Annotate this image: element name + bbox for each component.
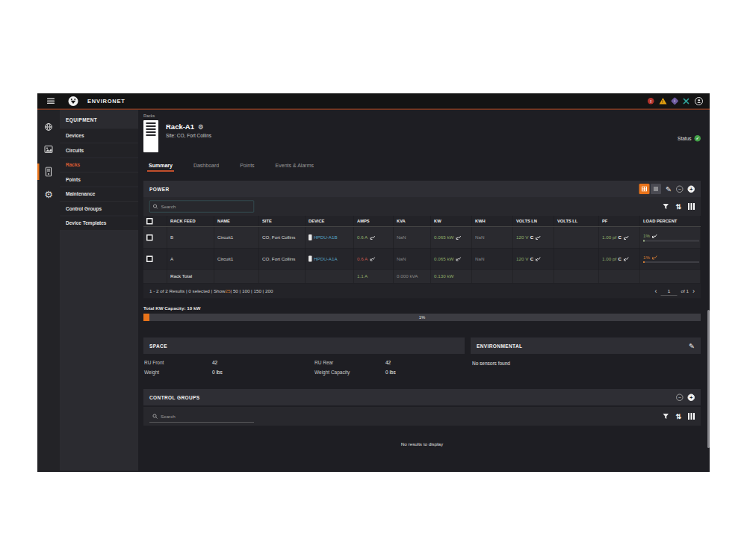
kw-capacity-bar: 1% bbox=[143, 314, 701, 321]
cell-pf: 1.00 pf C bbox=[599, 249, 640, 270]
volts-value: 120 V bbox=[516, 256, 528, 261]
power-title: POWER bbox=[149, 186, 170, 192]
load-value: 1% bbox=[643, 234, 650, 239]
cell-kw: 0.065 kW bbox=[431, 249, 472, 270]
maintenance-tools-icon[interactable] bbox=[683, 98, 689, 105]
power-search-box[interactable] bbox=[149, 201, 254, 213]
sidebar-item-device-templates[interactable]: Device Templates bbox=[60, 217, 138, 231]
col-pf: PF bbox=[599, 216, 640, 226]
field-value: 0 lbs bbox=[212, 370, 314, 376]
pdu-device-icon bbox=[309, 234, 312, 240]
load-value: 1% bbox=[643, 255, 650, 260]
cell-kva: NaN bbox=[394, 249, 431, 270]
trend-chart-icon[interactable] bbox=[652, 234, 658, 239]
sidebar-item-points[interactable]: Points bbox=[60, 172, 138, 187]
total-label: Rack Total bbox=[167, 270, 214, 283]
tab-events-alarms[interactable]: Events & Alarms bbox=[276, 162, 314, 172]
trend-chart-icon[interactable] bbox=[623, 256, 629, 261]
tab-summary[interactable]: Summary bbox=[149, 162, 173, 172]
power-table-tools: ⇅ bbox=[663, 202, 695, 211]
rail-world-icon[interactable] bbox=[37, 116, 60, 138]
warning-alarm-icon[interactable]: ! bbox=[660, 98, 667, 105]
load-percent-bar bbox=[643, 240, 699, 242]
select-all-checkbox[interactable] bbox=[146, 218, 153, 225]
cell-site: CO, Fort Collins bbox=[259, 227, 306, 248]
remove-power-feed-button[interactable]: − bbox=[676, 185, 684, 193]
sidebar-item-maintenance[interactable]: Maintenance bbox=[60, 187, 138, 202]
table-row-feed-a[interactable]: A Circuit1 CO, Fort Collins HPDU-A1A 0.6… bbox=[143, 249, 701, 270]
trend-chart-icon[interactable] bbox=[536, 256, 542, 261]
table-row-feed-b[interactable]: B Circuit1 CO, Fort Collins HPDU-A1B 0.6… bbox=[143, 227, 701, 249]
load-percent-bar bbox=[643, 261, 699, 263]
environmental-title: ENVIRONMENTAL bbox=[477, 343, 522, 349]
row-checkbox[interactable] bbox=[146, 255, 153, 262]
pdu-device-icon bbox=[309, 256, 312, 262]
tab-points[interactable]: Points bbox=[240, 162, 254, 172]
control-groups-search-input[interactable] bbox=[161, 414, 243, 419]
trend-chart-icon[interactable] bbox=[456, 256, 462, 261]
filter-icon[interactable] bbox=[663, 413, 669, 420]
row-checkbox[interactable] bbox=[146, 234, 153, 241]
page-title-row: Rack-A1 ⚙ bbox=[166, 122, 211, 131]
space-title: SPACE bbox=[149, 343, 167, 349]
vertical-scrollbar[interactable] bbox=[707, 310, 710, 448]
sort-icon[interactable]: ⇅ bbox=[675, 202, 681, 211]
calculated-flag: C bbox=[530, 235, 533, 240]
trend-chart-icon[interactable] bbox=[652, 255, 658, 260]
next-page-icon[interactable]: › bbox=[692, 287, 695, 295]
trend-chart-icon[interactable] bbox=[370, 235, 376, 240]
vertiv-logo-icon bbox=[68, 96, 78, 106]
device-link[interactable]: HPDU-A1B bbox=[314, 235, 338, 240]
volts-value: 120 V bbox=[516, 235, 528, 240]
space-panel: SPACE RU Front 42 RU Rear 42 Weight 0 lb… bbox=[143, 337, 465, 375]
results-summary: 1 - 2 of 2 Results | 0 selected | Show bbox=[149, 288, 226, 293]
rack-header-text: Rack-A1 ⚙ Site: CO, Fort Collins bbox=[166, 120, 211, 152]
sidebar-item-circuits[interactable]: Circuits bbox=[60, 143, 138, 158]
page-size-options[interactable]: | 50 | 100 | 150 | 200 bbox=[231, 288, 273, 293]
columns-icon[interactable] bbox=[688, 203, 695, 210]
prev-page-icon[interactable]: ‹ bbox=[655, 287, 657, 295]
add-power-feed-button[interactable]: + bbox=[688, 185, 695, 193]
rail-settings-icon[interactable]: ⚙ bbox=[37, 183, 60, 205]
pf-value: 1.00 pf bbox=[602, 256, 616, 261]
sidebar-item-devices[interactable]: Devices bbox=[60, 129, 138, 143]
edit-power-icon[interactable]: ✎ bbox=[666, 184, 672, 193]
rail-displays-icon[interactable] bbox=[37, 138, 60, 161]
edit-environmental-icon[interactable]: ✎ bbox=[689, 341, 695, 350]
grid-view-button[interactable] bbox=[639, 184, 650, 194]
trend-chart-icon[interactable] bbox=[623, 235, 629, 240]
sidebar-item-control-groups[interactable]: Control Groups bbox=[60, 202, 138, 216]
kw-value: 0.065 kW bbox=[434, 235, 453, 240]
kw-capacity: Total KW Capacity: 10 kW 1% bbox=[143, 306, 701, 322]
rack-settings-gear-icon[interactable]: ⚙ bbox=[198, 122, 204, 131]
trend-chart-icon[interactable] bbox=[370, 256, 376, 261]
breadcrumb[interactable]: Racks bbox=[143, 113, 701, 118]
power-search-input[interactable] bbox=[161, 204, 244, 209]
sort-icon[interactable]: ⇅ bbox=[675, 412, 681, 420]
page-number-input[interactable] bbox=[661, 287, 678, 296]
cell-site: CO, Fort Collins bbox=[259, 249, 306, 270]
remove-control-group-button[interactable]: − bbox=[676, 393, 684, 401]
cell-kva: NaN bbox=[394, 227, 431, 248]
add-control-group-button[interactable]: + bbox=[688, 393, 695, 401]
cell-kwh: NaN bbox=[472, 227, 513, 248]
columns-icon[interactable] bbox=[688, 413, 695, 420]
control-groups-search-box[interactable] bbox=[149, 411, 254, 423]
space-panel-header: SPACE bbox=[143, 337, 465, 354]
info-alarm-icon[interactable]: i bbox=[671, 97, 679, 105]
page-of-label: of 1 bbox=[681, 288, 689, 293]
status-label: Status bbox=[678, 135, 691, 141]
user-account-icon[interactable] bbox=[695, 97, 703, 105]
trend-chart-icon[interactable] bbox=[456, 235, 462, 240]
trend-chart-icon[interactable] bbox=[536, 235, 542, 240]
filter-icon[interactable] bbox=[663, 203, 669, 210]
rail-devices-icon[interactable] bbox=[37, 161, 60, 183]
sidebar-item-racks[interactable]: Racks bbox=[60, 158, 138, 172]
tab-dashboard[interactable]: Dashboard bbox=[193, 162, 219, 172]
list-view-button[interactable] bbox=[651, 184, 661, 194]
menu-icon[interactable] bbox=[47, 99, 55, 105]
control-groups-table-tools: ⇅ bbox=[663, 412, 695, 420]
critical-alarm-icon[interactable]: ! bbox=[648, 98, 654, 105]
device-link[interactable]: HPDU-A1A bbox=[314, 256, 338, 261]
page-size-25[interactable]: 25 bbox=[226, 288, 231, 293]
